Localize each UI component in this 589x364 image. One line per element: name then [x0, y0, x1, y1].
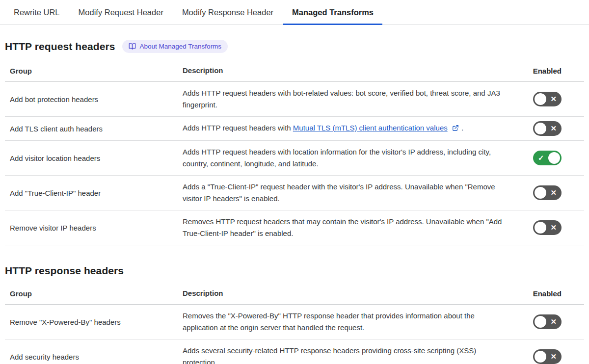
column-header-enabled: Enabled	[510, 67, 584, 75]
description-link[interactable]: Mutual TLS (mTLS) client authentication …	[293, 124, 448, 132]
row-group-label: Remove visitor IP headers	[5, 218, 183, 237]
toggle-knob	[535, 187, 546, 199]
table-row: Add bot protection headers Adds HTTP req…	[5, 82, 584, 117]
column-header-enabled: Enabled	[510, 289, 584, 298]
row-description: Removes the "X-Powered-By" HTTP response…	[183, 305, 510, 339]
row-group-label: Add "True-Client-IP" header	[5, 183, 183, 203]
enabled-toggle[interactable]: ✕	[533, 92, 562, 106]
tab-managed-transforms[interactable]: Managed Transforms	[283, 0, 382, 25]
enabled-toggle[interactable]: ✕	[533, 349, 562, 364]
section-title-request-headers: HTTP request headers	[5, 41, 115, 52]
toggle-x-icon: ✕	[550, 314, 557, 329]
toggle-x-icon: ✕	[550, 220, 557, 235]
tab-rewrite-url[interactable]: Rewrite URL	[5, 0, 69, 25]
row-group-label: Remove "X-Powered-By" headers	[5, 312, 183, 332]
row-description: Adds HTTP request headers with Mutual TL…	[183, 117, 510, 140]
enabled-toggle[interactable]: ✕	[533, 314, 562, 329]
row-description: Removes HTTP request headers that may co…	[183, 210, 510, 245]
external-link-icon	[452, 123, 459, 135]
tab-label: Managed Transforms	[292, 8, 374, 17]
column-header-description: Description	[183, 287, 510, 299]
table-row: Remove "X-Powered-By" headers Removes th…	[5, 305, 584, 339]
toggle-knob	[535, 222, 546, 234]
enabled-toggle[interactable]: ✕	[533, 121, 562, 136]
toggle-x-icon: ✕	[550, 349, 557, 364]
section-title-response-headers: HTTP response headers	[5, 265, 124, 277]
toggle-x-icon: ✕	[550, 185, 557, 200]
request-headers-table: Group Description Enabled Add bot protec…	[5, 61, 584, 245]
table-row: Add visitor location headers Adds HTTP r…	[5, 141, 584, 176]
toggle-x-icon: ✕	[550, 92, 557, 106]
column-header-group: Group	[5, 289, 183, 298]
response-headers-section: HTTP response headers Group Description …	[5, 265, 584, 364]
row-group-label: Add visitor location headers	[5, 149, 183, 168]
managed-transforms-panel: HTTP request headers About Managed Trans…	[0, 40, 589, 364]
table-row: Add "True-Client-IP" header Adds a "True…	[5, 176, 584, 210]
toggle-knob	[535, 316, 546, 328]
badge-label: About Managed Transforms	[140, 43, 222, 50]
table-row: Add TLS client auth headers Adds HTTP re…	[5, 117, 584, 141]
toggle-knob	[535, 351, 546, 363]
toggle-knob	[535, 123, 546, 134]
enabled-toggle[interactable]: ✓	[533, 151, 562, 165]
toggle-check-icon: ✓	[538, 151, 544, 165]
row-description: Adds HTTP request headers with bot-relat…	[183, 82, 510, 116]
row-description: Adds several security-related HTTP respo…	[183, 339, 510, 364]
row-description: Adds HTTP request headers with location …	[183, 141, 510, 175]
row-group-label: Add bot protection headers	[5, 90, 183, 109]
toggle-knob	[548, 152, 560, 164]
table-header-row: Group Description Enabled	[5, 61, 584, 82]
book-open-icon	[129, 43, 136, 50]
tab-modify-request-header[interactable]: Modify Request Header	[70, 0, 172, 25]
table-row: Remove visitor IP headers Removes HTTP r…	[5, 210, 584, 245]
transform-rules-tabbar: Rewrite URL Modify Request Header Modify…	[0, 0, 589, 25]
enabled-toggle[interactable]: ✕	[533, 185, 562, 200]
row-group-label: Add security headers	[5, 347, 183, 364]
table-header-row: Group Description Enabled	[5, 284, 584, 305]
column-header-group: Group	[5, 67, 183, 75]
toggle-x-icon: ✕	[550, 121, 557, 136]
toggle-knob	[535, 93, 546, 105]
response-headers-table: Group Description Enabled Remove "X-Powe…	[5, 284, 584, 364]
row-group-label: Add TLS client auth headers	[5, 119, 183, 138]
tab-label: Rewrite URL	[14, 8, 60, 17]
column-header-description: Description	[183, 65, 510, 77]
table-row: Add security headers Adds several securi…	[5, 339, 584, 364]
request-headers-section: HTTP request headers About Managed Trans…	[5, 40, 584, 245]
row-description: Adds a "True-Client-IP" request header w…	[183, 176, 510, 210]
tab-label: Modify Response Header	[182, 8, 273, 17]
tab-modify-response-header[interactable]: Modify Response Header	[173, 0, 282, 25]
enabled-toggle[interactable]: ✕	[533, 220, 562, 235]
about-managed-transforms-badge[interactable]: About Managed Transforms	[122, 40, 228, 53]
tab-label: Modify Request Header	[79, 8, 163, 17]
